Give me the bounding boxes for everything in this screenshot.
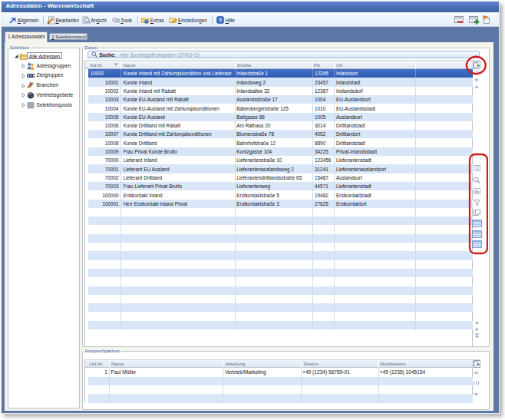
svg-text:?: ? (219, 16, 223, 23)
